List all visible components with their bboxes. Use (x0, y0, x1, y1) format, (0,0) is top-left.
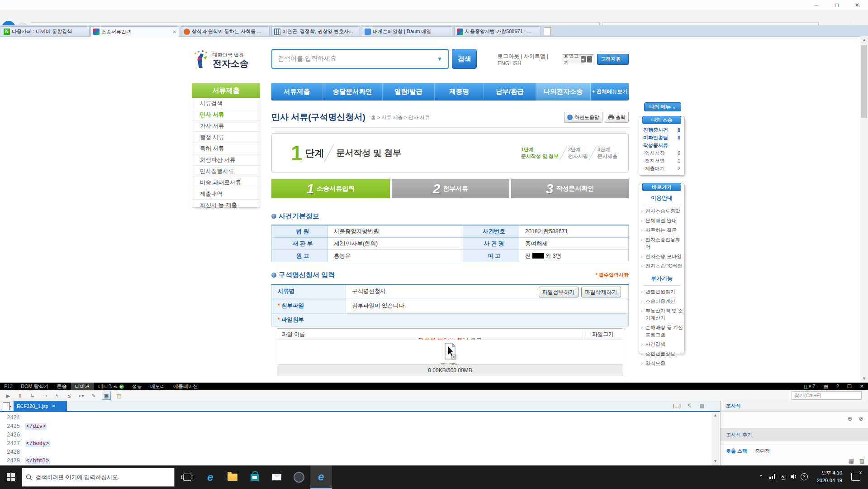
tab-news[interactable]: 상식과 원칙이 통하는 사회를 ... (181, 26, 270, 36)
taskbar-app-ie-active[interactable]: e (310, 465, 332, 489)
step-tab-confirm[interactable]: 3 작성문서확인 (511, 179, 629, 198)
devtools-tab-performance[interactable]: 성능 (128, 383, 146, 390)
side-item-submission-history[interactable]: 제출내역 (192, 188, 260, 200)
task-view-button[interactable] (176, 465, 198, 489)
quick-link-law-info[interactable]: 종합법률정보 (639, 350, 684, 357)
my-case-row[interactable]: 진행중사건8 (639, 126, 684, 134)
tab-close-icon[interactable]: ✕ (173, 29, 176, 34)
nav-item-certificates[interactable]: 제증명 (435, 83, 484, 101)
side-item-noncontentious-docs[interactable]: 비송,과태료서류 (192, 177, 260, 188)
wrap-icon[interactable]: ↸ (685, 402, 693, 409)
taskbar-clock[interactable]: 오후 4:10 2020-04-19 (812, 469, 842, 484)
step-out-icon[interactable]: ↰ (53, 392, 61, 399)
devtools-tab-dom[interactable]: DOM 탐색기 (17, 383, 53, 390)
font-smaller-button[interactable]: - (587, 56, 592, 62)
file-drop-box[interactable]: 파일 이름 파일크기 파일을 끌어서 놓기 영역 InnoDS 0.00KB/5… (277, 328, 623, 376)
continue-icon[interactable]: ▶ (4, 392, 12, 399)
taskbar-app-store[interactable] (244, 465, 266, 489)
ime-indicator[interactable]: 한 (781, 474, 786, 481)
print-button[interactable]: 출력 (605, 112, 629, 123)
my-case-row[interactable]: ·임시저장0 (639, 149, 684, 157)
devtools-dock-icon[interactable]: ❐ (843, 383, 856, 390)
quick-link-pc-version[interactable]: 전자소송PC버전 (639, 262, 684, 269)
taskbar-app-edge[interactable]: e (199, 465, 221, 489)
quick-link-viewer[interactable]: 전자소송전용뷰어 (639, 236, 684, 250)
quick-link-troubleshoot[interactable]: 문제해결 안내 (639, 217, 684, 224)
scroll-thumb[interactable] (861, 45, 867, 118)
tray-expand-icon[interactable]: ⌃ (759, 474, 763, 480)
side-item-admin-docs[interactable]: 행정 서류 (192, 132, 260, 143)
file-tab-active[interactable]: ECF320_1.jsp ✕ (14, 401, 67, 411)
scroll-down-icon[interactable]: ▼ (711, 458, 719, 465)
nav-item-filing[interactable]: 서류제출 (271, 83, 323, 101)
attach-file-button[interactable]: 파일첨부하기 (539, 287, 579, 297)
format-icon[interactable]: {…} (673, 402, 681, 409)
clear-watch-icon[interactable]: ⊘ (859, 415, 863, 422)
minimize-icon[interactable]: – (810, 1, 823, 9)
tab-active-filing[interactable]: 소송서류입력 ✕ (90, 26, 179, 37)
new-tab-icon[interactable]: ✳ (544, 27, 551, 35)
side-item-patent-docs[interactable]: 특허 서류 (192, 143, 260, 154)
delete-file-button[interactable]: 파일삭제하기 (581, 287, 621, 297)
file-tab-close-icon[interactable]: ✕ (52, 404, 56, 408)
scroll-up-icon[interactable]: ▲ (711, 412, 719, 420)
tab-lawyers[interactable]: 이현곤, 김정학, 권창영 변호사... (271, 26, 360, 36)
devtools-tab-debugger[interactable]: 디버거 (71, 383, 94, 390)
quick-link-mobile[interactable]: 전자소송 모바일 (639, 253, 684, 260)
quick-link-forms[interactable]: 양식모음 (639, 360, 684, 367)
code-scrollbar[interactable]: ▲ ▼ (711, 412, 719, 465)
site-logo[interactable]: 대한민국 법원 전자소송 (192, 50, 269, 71)
break-icon[interactable]: ‖ (16, 392, 24, 399)
tab-daum-mail[interactable]: 내게쓴메일함 | Daum 메일 (362, 26, 452, 36)
scroll-up-icon[interactable]: ▲ (860, 36, 868, 44)
my-menu-button[interactable]: 나의 메뉴 ⌄ (644, 102, 681, 111)
pin-source-icon[interactable]: ✎ (90, 392, 98, 399)
quick-link-faq[interactable]: 자주하는 질문 (639, 226, 684, 234)
side-item-reply-submit[interactable]: 회신서 등 제출 (192, 200, 260, 211)
nav-item-payment[interactable]: 납부/환급 (484, 83, 536, 101)
eject-tray-icon[interactable]: ✕ (801, 473, 808, 480)
taskbar-search[interactable]: 검색하려면 여기에 입력하십시오. (22, 468, 175, 487)
site-search-button[interactable]: 검색 (452, 49, 477, 69)
devtools-close-icon[interactable]: ✕ (856, 383, 868, 390)
network-tray-icon[interactable] (769, 473, 776, 481)
watch-add-row[interactable]: 조사식 추가 (721, 428, 868, 441)
support-center-button[interactable]: 고객지원센터 (597, 54, 629, 65)
nav-item-service-check[interactable]: 송달문서확인 (323, 83, 383, 101)
quick-link-help[interactable]: 전자소송도움말 (639, 207, 684, 215)
my-case-row[interactable]: ·전자서명1 (639, 157, 684, 165)
taskbar-app-round[interactable] (288, 465, 310, 489)
site-search-combo[interactable]: 검색어를 입력하세요 ▼ (271, 49, 449, 69)
volume-icon[interactable] (791, 474, 797, 481)
step-into-icon[interactable]: ↳ (28, 392, 37, 399)
maximize-icon[interactable]: ◻ (830, 1, 844, 9)
add-watch-icon[interactable]: ⊕ (848, 415, 853, 422)
step-over-icon[interactable]: ↪ (41, 392, 49, 399)
taskbar-app-explorer[interactable] (222, 465, 243, 489)
breakpoints-tab[interactable]: 중단점 (755, 448, 770, 454)
scroll-down-icon[interactable]: ▼ (860, 375, 868, 383)
action-center-icon[interactable]: 2 (851, 473, 860, 481)
side-item-civil-exec-docs[interactable]: 민사집행서류 (192, 166, 260, 177)
side-item-rehab-docs[interactable]: 회생파산 서류 (192, 154, 260, 166)
start-button[interactable] (0, 465, 22, 489)
devtools-find-input[interactable]: 찾기(Ctrl+F) (792, 391, 862, 400)
side-item-civil-docs[interactable]: 민사 서류 (192, 109, 260, 120)
quick-link-damages-calc[interactable]: 손해배상 등 계산 프로그램 (639, 324, 684, 338)
pretty-print-icon[interactable]: ◫ (115, 392, 123, 399)
screen-help-button[interactable]: i 화면도움말 (564, 112, 602, 123)
quick-link-cost-calc[interactable]: 소송비용계산 (639, 297, 684, 305)
nav-item-view-issue[interactable]: 열람/발급 (383, 83, 435, 101)
step-tab-attachments[interactable]: 2 첨부서류 (392, 179, 509, 198)
tab-case[interactable]: 서울중앙지법 가합588671 - ... (454, 26, 541, 36)
step-tab-input[interactable]: 1 소송서류입력 (271, 179, 390, 198)
quick-link-realestate-calc[interactable]: 부동산가액 및 소가계산기 (639, 307, 684, 321)
devtools-tab-emulation[interactable]: 에뮬레이션 (169, 383, 202, 390)
my-case-row[interactable]: 작성중서류 (639, 142, 684, 149)
my-case-row[interactable]: ·제출대기2 (639, 165, 684, 173)
exception-control-icon[interactable]: ◐▾ (77, 392, 85, 399)
my-case-row[interactable]: 미확인송달0 (639, 134, 684, 142)
nav-item-my-litigation[interactable]: 나의전자소송 (536, 83, 591, 101)
bp-list-icon[interactable]: ▤ (849, 458, 854, 464)
close-icon[interactable]: ✕ (850, 1, 864, 9)
